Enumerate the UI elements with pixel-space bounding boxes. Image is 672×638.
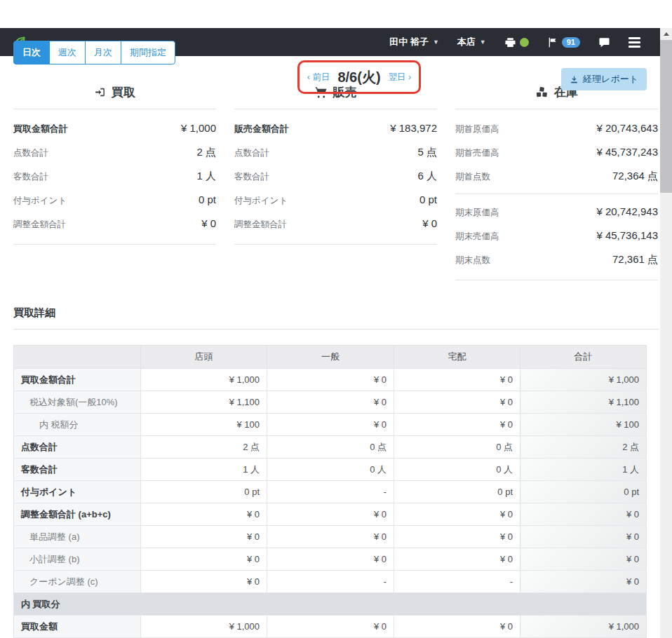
cell-value: ¥ 0 <box>394 414 520 436</box>
summary-value: ¥ 0 <box>422 217 437 229</box>
summary-value: 2 点 <box>196 146 216 159</box>
cell-total: ¥ 0 <box>520 571 647 593</box>
col-header-total: 合計 <box>520 346 647 369</box>
summary-row: 期首売価高¥ 45,737,243 <box>455 140 658 164</box>
summary-label: 点数合計 <box>234 147 269 159</box>
cell-value: ¥ 0 <box>267 526 394 548</box>
tab-daily[interactable]: 日次 <box>13 41 50 65</box>
prev-day-link[interactable]: ‹ 前日 <box>307 72 330 83</box>
cell-value: 0 点 <box>267 436 394 459</box>
accounting-report-button[interactable]: 経理レポート <box>561 68 647 90</box>
summary-value: ¥ 45,737,243 <box>596 146 658 158</box>
cell-total: ¥ 100 <box>520 414 647 436</box>
sign-in-icon <box>94 86 106 98</box>
cell-value: ¥ 1,000 <box>141 369 267 391</box>
summary-value: 0 pt <box>199 194 216 205</box>
row-label: 単品調整 (a) <box>14 526 141 548</box>
summary-value: ¥ 1,000 <box>181 122 216 134</box>
summary-row: 期首原価高¥ 20,743,643 <box>455 116 658 140</box>
cell-value: 1 人 <box>141 459 267 481</box>
cell-value: 0 点 <box>394 436 520 459</box>
summary-row: 客数合計1 人 <box>13 164 216 188</box>
table-section-row: 内 買取分 <box>14 593 647 616</box>
cell-value: ¥ 0 <box>141 503 267 526</box>
cell-value: ¥ 1,000 <box>141 616 267 638</box>
period-tabs: 日次 週次 月次 期間指定 <box>13 41 175 65</box>
cell-value: ¥ 0 <box>267 548 394 571</box>
row-label: 税込対象額(一般10%) <box>14 391 141 414</box>
table-row: 単品調整 (a)¥ 0¥ 0¥ 0¥ 0 <box>14 526 647 548</box>
table-row: 税込対象額(一般10%)¥ 1,100¥ 0¥ 0¥ 1,100 <box>14 391 647 414</box>
download-icon <box>570 75 579 84</box>
cell-value: ¥ 0 <box>267 414 394 436</box>
summary-label: 調整金額合計 <box>13 219 66 231</box>
summary-label: 付与ポイント <box>234 195 288 207</box>
summary-buy-title: 買取 <box>13 84 216 100</box>
cell-value: ¥ 0 <box>394 548 520 571</box>
table-row: 買取金額合計¥ 1,000¥ 0¥ 0¥ 1,000 <box>14 369 647 391</box>
summary-value: 6 人 <box>417 170 437 183</box>
summary-stock-box: 期首原価高¥ 20,743,643期首売価高¥ 45,737,243期首点数72… <box>455 109 658 280</box>
summary-label: 期末売価高 <box>455 231 499 243</box>
cell-value: 0 人 <box>267 459 394 481</box>
col-header-general: 一般 <box>267 346 394 369</box>
row-label: 点数合計 <box>14 436 141 459</box>
cell-value: ¥ 0 <box>394 503 520 526</box>
summary-label: 期末原価高 <box>455 207 499 219</box>
cell-value: ¥ 0 <box>267 503 394 526</box>
summary-value: 72,361 点 <box>612 253 658 266</box>
stock-opening-group: 期首原価高¥ 20,743,643期首売価高¥ 45,737,243期首点数72… <box>455 116 658 188</box>
row-label: 買取金額合計 <box>14 369 141 391</box>
summary-row: 期首点数72,364 点 <box>455 164 658 188</box>
toolbar: 日次 週次 月次 期間指定 ‹ 前日 8/6(火) 翌日 › 経理レポート <box>0 28 672 72</box>
cell-value: ¥ 1,100 <box>141 391 267 414</box>
row-label: クーポン調整 (c) <box>14 571 141 593</box>
cell-value: 2 点 <box>141 436 267 459</box>
table-row: 調整金額合計 (a+b+c)¥ 0¥ 0¥ 0¥ 0 <box>14 503 647 526</box>
tab-monthly[interactable]: 月次 <box>85 41 121 65</box>
summary-label: 客数合計 <box>234 171 269 183</box>
tab-weekly[interactable]: 週次 <box>49 41 86 65</box>
table-header-row: 店頭 一般 宅配 合計 <box>14 346 647 369</box>
summary-label: 期首点数 <box>455 171 490 183</box>
summary-row: 販売金額合計¥ 183,972 <box>234 116 437 140</box>
table-row: 点数合計2 点0 点0 点2 点 <box>14 436 647 459</box>
summary-row: 付与ポイント0 pt <box>234 188 437 212</box>
summary-label: 付与ポイント <box>13 195 67 207</box>
cell-value: ¥ 0 <box>267 369 394 391</box>
summary-buy-title-text: 買取 <box>112 84 135 100</box>
stock-closing-group: 期末原価高¥ 20,742,943期末売価高¥ 45,736,143期末点数72… <box>455 200 658 271</box>
cell-value: ¥ 100 <box>141 414 267 436</box>
summary-sell: 販売 販売金額合計¥ 183,972点数合計5 点客数合計6 人付与ポイント0 … <box>234 84 437 245</box>
cell-value: 0 人 <box>394 459 520 481</box>
scrollbar[interactable] <box>660 28 672 638</box>
cell-value: ¥ 0 <box>394 369 520 391</box>
summary-value: 1 人 <box>196 170 216 183</box>
summary-row: 期末点数72,361 点 <box>455 247 658 271</box>
summary-label: 期首原価高 <box>455 123 499 135</box>
section-row-label: 内 買取分 <box>14 593 647 616</box>
cell-total: ¥ 0 <box>520 548 647 571</box>
next-day-link[interactable]: 翌日 › <box>389 72 412 83</box>
summary-row: 調整金額合計¥ 0 <box>13 212 216 236</box>
summary-value: 0 pt <box>419 194 437 205</box>
row-label: 内 税額分 <box>14 414 141 436</box>
cell-total: 2 点 <box>520 436 647 459</box>
cell-total: ¥ 0 <box>520 503 647 526</box>
cell-value: ¥ 0 <box>141 548 267 571</box>
table-row: 買取金額¥ 1,000¥ 0¥ 0¥ 1,000 <box>14 616 647 638</box>
tab-period[interactable]: 期間指定 <box>121 41 175 65</box>
cell-value: ¥ 0 <box>394 616 520 638</box>
col-header-delivery: 宅配 <box>394 346 520 369</box>
summary-value: ¥ 183,972 <box>390 122 437 134</box>
cell-value: ¥ 0 <box>141 571 267 593</box>
summary-row: 期末原価高¥ 20,742,943 <box>455 200 658 224</box>
detail-section-title: 買取詳細 <box>13 306 672 320</box>
cell-total: ¥ 1,000 <box>520 616 647 638</box>
summary-buy-box: 買取金額合計¥ 1,000点数合計2 点客数合計1 人付与ポイント0 pt調整金… <box>13 109 216 245</box>
row-label: 客数合計 <box>14 459 141 481</box>
summary-sell-box: 販売金額合計¥ 183,972点数合計5 点客数合計6 人付与ポイント0 pt調… <box>234 109 437 245</box>
summary-value: ¥ 45,736,143 <box>596 229 658 241</box>
summary-label: 買取金額合計 <box>13 123 68 135</box>
summary-row: 客数合計6 人 <box>234 164 437 188</box>
